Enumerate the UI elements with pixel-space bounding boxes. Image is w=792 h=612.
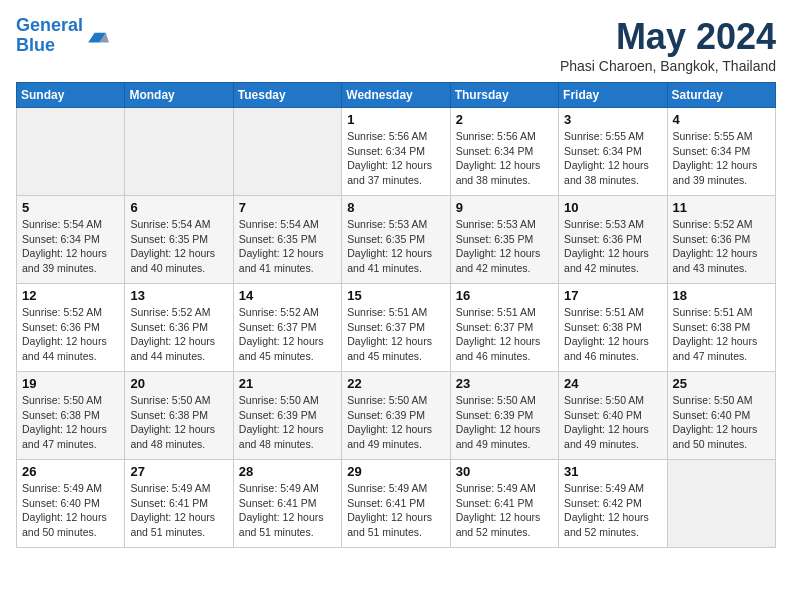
weekday-header-monday: Monday [125,83,233,108]
calendar-cell: 16Sunrise: 5:51 AM Sunset: 6:37 PM Dayli… [450,284,558,372]
day-info: Sunrise: 5:49 AM Sunset: 6:40 PM Dayligh… [22,481,119,540]
day-number: 12 [22,288,119,303]
day-number: 29 [347,464,444,479]
day-info: Sunrise: 5:51 AM Sunset: 6:38 PM Dayligh… [673,305,770,364]
day-info: Sunrise: 5:56 AM Sunset: 6:34 PM Dayligh… [347,129,444,188]
weekday-header-sunday: Sunday [17,83,125,108]
day-number: 17 [564,288,661,303]
calendar-cell: 6Sunrise: 5:54 AM Sunset: 6:35 PM Daylig… [125,196,233,284]
day-info: Sunrise: 5:52 AM Sunset: 6:36 PM Dayligh… [673,217,770,276]
calendar-cell: 3Sunrise: 5:55 AM Sunset: 6:34 PM Daylig… [559,108,667,196]
day-info: Sunrise: 5:55 AM Sunset: 6:34 PM Dayligh… [673,129,770,188]
day-info: Sunrise: 5:52 AM Sunset: 6:36 PM Dayligh… [130,305,227,364]
day-number: 13 [130,288,227,303]
calendar-cell: 9Sunrise: 5:53 AM Sunset: 6:35 PM Daylig… [450,196,558,284]
day-info: Sunrise: 5:50 AM Sunset: 6:38 PM Dayligh… [130,393,227,452]
calendar-cell: 15Sunrise: 5:51 AM Sunset: 6:37 PM Dayli… [342,284,450,372]
calendar-cell: 28Sunrise: 5:49 AM Sunset: 6:41 PM Dayli… [233,460,341,548]
calendar-cell: 22Sunrise: 5:50 AM Sunset: 6:39 PM Dayli… [342,372,450,460]
day-info: Sunrise: 5:51 AM Sunset: 6:37 PM Dayligh… [347,305,444,364]
day-info: Sunrise: 5:50 AM Sunset: 6:40 PM Dayligh… [564,393,661,452]
day-number: 8 [347,200,444,215]
day-info: Sunrise: 5:49 AM Sunset: 6:41 PM Dayligh… [456,481,553,540]
location-subtitle: Phasi Charoen, Bangkok, Thailand [560,58,776,74]
calendar-cell: 24Sunrise: 5:50 AM Sunset: 6:40 PM Dayli… [559,372,667,460]
calendar-week-5: 26Sunrise: 5:49 AM Sunset: 6:40 PM Dayli… [17,460,776,548]
logo-line2: Blue [16,35,55,55]
calendar-cell [17,108,125,196]
logo: General Blue [16,16,109,56]
calendar-cell: 17Sunrise: 5:51 AM Sunset: 6:38 PM Dayli… [559,284,667,372]
day-number: 3 [564,112,661,127]
day-number: 30 [456,464,553,479]
day-number: 20 [130,376,227,391]
calendar-cell: 7Sunrise: 5:54 AM Sunset: 6:35 PM Daylig… [233,196,341,284]
calendar-cell: 30Sunrise: 5:49 AM Sunset: 6:41 PM Dayli… [450,460,558,548]
calendar-cell: 19Sunrise: 5:50 AM Sunset: 6:38 PM Dayli… [17,372,125,460]
calendar-cell: 29Sunrise: 5:49 AM Sunset: 6:41 PM Dayli… [342,460,450,548]
day-number: 6 [130,200,227,215]
day-number: 26 [22,464,119,479]
calendar-cell: 18Sunrise: 5:51 AM Sunset: 6:38 PM Dayli… [667,284,775,372]
day-number: 24 [564,376,661,391]
calendar-cell: 27Sunrise: 5:49 AM Sunset: 6:41 PM Dayli… [125,460,233,548]
calendar-cell: 10Sunrise: 5:53 AM Sunset: 6:36 PM Dayli… [559,196,667,284]
calendar-cell [125,108,233,196]
calendar-cell [233,108,341,196]
calendar-cell: 13Sunrise: 5:52 AM Sunset: 6:36 PM Dayli… [125,284,233,372]
day-info: Sunrise: 5:50 AM Sunset: 6:38 PM Dayligh… [22,393,119,452]
calendar-cell [667,460,775,548]
day-number: 2 [456,112,553,127]
day-number: 21 [239,376,336,391]
calendar-header: SundayMondayTuesdayWednesdayThursdayFrid… [17,83,776,108]
calendar-week-3: 12Sunrise: 5:52 AM Sunset: 6:36 PM Dayli… [17,284,776,372]
day-info: Sunrise: 5:55 AM Sunset: 6:34 PM Dayligh… [564,129,661,188]
day-info: Sunrise: 5:49 AM Sunset: 6:41 PM Dayligh… [239,481,336,540]
day-number: 25 [673,376,770,391]
day-info: Sunrise: 5:52 AM Sunset: 6:37 PM Dayligh… [239,305,336,364]
calendar-cell: 12Sunrise: 5:52 AM Sunset: 6:36 PM Dayli… [17,284,125,372]
title-block: May 2024 Phasi Charoen, Bangkok, Thailan… [560,16,776,74]
day-number: 7 [239,200,336,215]
day-number: 28 [239,464,336,479]
calendar-cell: 11Sunrise: 5:52 AM Sunset: 6:36 PM Dayli… [667,196,775,284]
calendar-cell: 5Sunrise: 5:54 AM Sunset: 6:34 PM Daylig… [17,196,125,284]
month-title: May 2024 [560,16,776,58]
day-info: Sunrise: 5:51 AM Sunset: 6:37 PM Dayligh… [456,305,553,364]
day-info: Sunrise: 5:49 AM Sunset: 6:41 PM Dayligh… [347,481,444,540]
calendar-cell: 1Sunrise: 5:56 AM Sunset: 6:34 PM Daylig… [342,108,450,196]
day-info: Sunrise: 5:56 AM Sunset: 6:34 PM Dayligh… [456,129,553,188]
logo-text: General Blue [16,16,83,56]
day-number: 4 [673,112,770,127]
calendar-cell: 14Sunrise: 5:52 AM Sunset: 6:37 PM Dayli… [233,284,341,372]
day-number: 22 [347,376,444,391]
day-info: Sunrise: 5:53 AM Sunset: 6:35 PM Dayligh… [456,217,553,276]
weekday-header-saturday: Saturday [667,83,775,108]
calendar-cell: 20Sunrise: 5:50 AM Sunset: 6:38 PM Dayli… [125,372,233,460]
day-number: 16 [456,288,553,303]
day-info: Sunrise: 5:53 AM Sunset: 6:36 PM Dayligh… [564,217,661,276]
day-number: 19 [22,376,119,391]
calendar-cell: 8Sunrise: 5:53 AM Sunset: 6:35 PM Daylig… [342,196,450,284]
calendar-week-1: 1Sunrise: 5:56 AM Sunset: 6:34 PM Daylig… [17,108,776,196]
weekday-header-wednesday: Wednesday [342,83,450,108]
day-number: 31 [564,464,661,479]
day-info: Sunrise: 5:54 AM Sunset: 6:34 PM Dayligh… [22,217,119,276]
logo-line1: General [16,15,83,35]
day-info: Sunrise: 5:50 AM Sunset: 6:39 PM Dayligh… [347,393,444,452]
page-header: General Blue May 2024 Phasi Charoen, Ban… [16,16,776,74]
calendar-cell: 31Sunrise: 5:49 AM Sunset: 6:42 PM Dayli… [559,460,667,548]
weekday-header-friday: Friday [559,83,667,108]
day-info: Sunrise: 5:50 AM Sunset: 6:40 PM Dayligh… [673,393,770,452]
calendar-week-2: 5Sunrise: 5:54 AM Sunset: 6:34 PM Daylig… [17,196,776,284]
weekday-header-row: SundayMondayTuesdayWednesdayThursdayFrid… [17,83,776,108]
calendar-body: 1Sunrise: 5:56 AM Sunset: 6:34 PM Daylig… [17,108,776,548]
calendar-cell: 26Sunrise: 5:49 AM Sunset: 6:40 PM Dayli… [17,460,125,548]
day-info: Sunrise: 5:54 AM Sunset: 6:35 PM Dayligh… [239,217,336,276]
day-info: Sunrise: 5:49 AM Sunset: 6:42 PM Dayligh… [564,481,661,540]
calendar-week-4: 19Sunrise: 5:50 AM Sunset: 6:38 PM Dayli… [17,372,776,460]
calendar-table: SundayMondayTuesdayWednesdayThursdayFrid… [16,82,776,548]
day-info: Sunrise: 5:50 AM Sunset: 6:39 PM Dayligh… [456,393,553,452]
day-info: Sunrise: 5:53 AM Sunset: 6:35 PM Dayligh… [347,217,444,276]
calendar-cell: 21Sunrise: 5:50 AM Sunset: 6:39 PM Dayli… [233,372,341,460]
